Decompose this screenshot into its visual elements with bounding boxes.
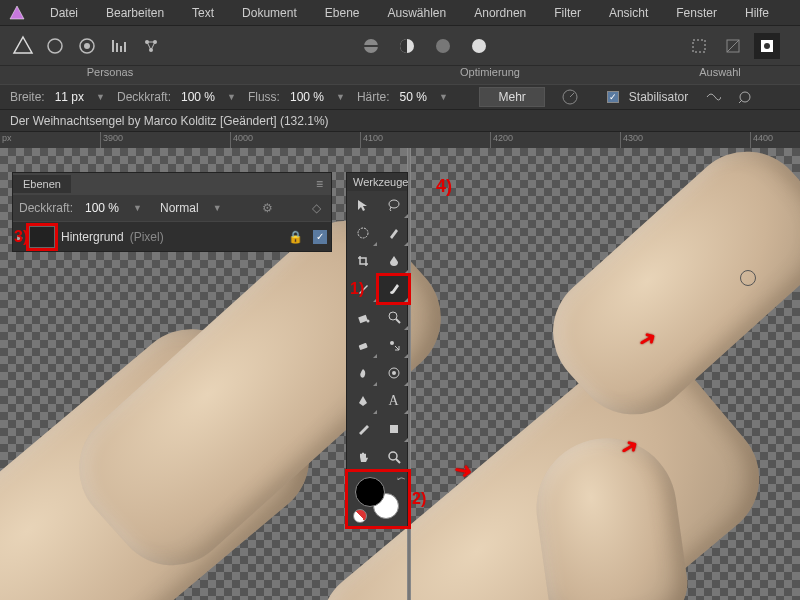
context-toolbar: Breite: 11 px▼ Deckkraft: 100 %▼ Fluss: …	[0, 84, 800, 110]
eyedropper-tool-icon[interactable]	[347, 415, 378, 443]
svg-rect-29	[390, 425, 398, 433]
layers-tab[interactable]: Ebenen	[13, 175, 71, 193]
layer-row[interactable]: ▸ Hintergrund (Pixel) 🔒 ✓	[13, 221, 331, 251]
shape-tool-icon[interactable]	[378, 415, 409, 443]
layer-name[interactable]: Hintergrund	[61, 230, 124, 244]
ruler-tick: 4300	[623, 133, 643, 143]
svg-marker-1	[14, 37, 32, 53]
fluss-value[interactable]: 100 %	[286, 90, 328, 104]
annotation-1: 1)	[350, 280, 364, 298]
layer-opacity-dd-icon[interactable]: ▼	[131, 203, 148, 213]
visibility-check[interactable]: ✓	[313, 230, 327, 244]
tools-title: Werkzeuge	[347, 173, 407, 191]
eraser-tool-icon[interactable]	[347, 331, 378, 359]
persona-develop-icon[interactable]	[74, 33, 100, 59]
haerte-dd-icon[interactable]: ▼	[437, 92, 454, 102]
vector-pen-icon[interactable]	[347, 387, 378, 415]
split-none-icon[interactable]	[358, 33, 384, 59]
auswahl-group	[686, 33, 780, 59]
swap-colors-icon[interactable]: ⤺	[397, 473, 405, 484]
window-mode-icon[interactable]	[732, 84, 758, 110]
document-title: Der Weihnachtsengel by Marco Kolditz [Ge…	[0, 110, 800, 132]
svg-rect-13	[693, 40, 705, 52]
persona-photo-icon[interactable]	[10, 33, 36, 59]
rope-mode-icon[interactable]	[700, 84, 726, 110]
persona-export-icon[interactable]	[138, 33, 164, 59]
menu-datei[interactable]: Datei	[36, 6, 92, 20]
fx-icon[interactable]: ◇	[308, 201, 325, 215]
menu-fenster[interactable]: Fenster	[662, 6, 731, 20]
persona-liquify-icon[interactable]	[42, 33, 68, 59]
deck-dd-icon[interactable]: ▼	[225, 92, 242, 102]
persona-tone-icon[interactable]	[106, 33, 132, 59]
tools-panel[interactable]: Werkzeuge A ⤺	[346, 172, 408, 528]
fluss-dd-icon[interactable]: ▼	[334, 92, 351, 102]
menu-hilfe[interactable]: Hilfe	[731, 6, 783, 20]
dodge-tool-icon[interactable]	[378, 303, 409, 331]
svg-point-20	[389, 200, 399, 208]
annotation-3: 3)	[14, 228, 28, 246]
svg-point-2	[48, 39, 62, 53]
inpaint-tool-icon[interactable]	[347, 359, 378, 387]
lock-icon[interactable]: 🔒	[284, 230, 307, 244]
svg-point-4	[84, 43, 90, 49]
lasso-tool-icon[interactable]	[378, 191, 409, 219]
optimierung-group	[358, 33, 492, 59]
redeye-tool-icon[interactable]	[378, 359, 409, 387]
layer-opacity-value[interactable]: 100 %	[79, 201, 125, 215]
svg-point-12	[472, 39, 486, 53]
ruler-tick: 4400	[753, 133, 773, 143]
layers-tabbar: Ebenen ≡	[13, 173, 331, 195]
paint-brush-tool-icon[interactable]	[378, 275, 409, 303]
menu-ansicht[interactable]: Ansicht	[595, 6, 662, 20]
reset-colors-icon[interactable]	[353, 509, 367, 523]
breite-label: Breite:	[10, 90, 45, 104]
layers-controls: Deckkraft: 100 %▼ Normal▼ ⚙ ◇	[13, 195, 331, 221]
crop-tool-icon[interactable]	[347, 247, 378, 275]
clone-tool-icon[interactable]	[378, 331, 409, 359]
layer-opacity-label: Deckkraft:	[19, 201, 73, 215]
menu-dokument[interactable]: Dokument	[228, 6, 311, 20]
split-full-icon[interactable]	[466, 33, 492, 59]
marquee-tool-icon[interactable]	[347, 219, 378, 247]
menu-text[interactable]: Text	[178, 6, 228, 20]
menu-auswaehlen[interactable]: Auswählen	[373, 6, 460, 20]
panel-menu-icon[interactable]: ≡	[308, 177, 331, 191]
fill-tool-icon[interactable]	[347, 303, 378, 331]
blend-mode-select[interactable]: Normal	[154, 201, 205, 215]
menu-bearbeiten[interactable]: Bearbeiten	[92, 6, 178, 20]
breite-dd-icon[interactable]: ▼	[94, 92, 111, 102]
marquee-rect-icon[interactable]	[686, 33, 712, 59]
quickmask-icon[interactable]	[754, 33, 780, 59]
menu-ebene[interactable]: Ebene	[311, 6, 374, 20]
pressure-icon[interactable]	[557, 84, 583, 110]
gear-icon[interactable]: ⚙	[258, 201, 277, 215]
svg-line-15	[727, 40, 739, 52]
marquee-diag-icon[interactable]	[720, 33, 746, 59]
stabilisator-check[interactable]: ✓	[607, 91, 619, 103]
svg-point-17	[764, 43, 770, 49]
fluss-label: Fluss:	[248, 90, 280, 104]
deckkraft-value[interactable]: 100 %	[177, 90, 219, 104]
svg-point-24	[389, 312, 397, 320]
layers-panel[interactable]: Ebenen ≡ Deckkraft: 100 %▼ Normal▼ ⚙ ◇ ▸…	[12, 172, 332, 252]
move-tool-icon[interactable]	[347, 191, 378, 219]
svg-rect-9	[364, 45, 378, 47]
haerte-value[interactable]: 50 %	[396, 90, 431, 104]
breite-value[interactable]: 11 px	[51, 90, 88, 104]
layer-thumbnail[interactable]	[29, 226, 55, 248]
hand-tool-icon[interactable]	[347, 443, 378, 471]
split-half-icon[interactable]	[394, 33, 420, 59]
blend-dd-icon[interactable]: ▼	[211, 203, 228, 213]
menu-filter[interactable]: Filter	[540, 6, 595, 20]
color-swatch[interactable]: ⤺	[347, 471, 409, 527]
zoom-tool-icon[interactable]	[378, 443, 409, 471]
mehr-button[interactable]: Mehr	[479, 87, 544, 107]
split-mirror-icon[interactable]	[430, 33, 456, 59]
menu-anordnen[interactable]: Anordnen	[460, 6, 540, 20]
foreground-color-swatch[interactable]	[355, 477, 385, 507]
brush-cursor-icon	[740, 270, 756, 286]
text-tool-icon[interactable]: A	[378, 387, 409, 415]
selection-brush-icon[interactable]	[378, 219, 409, 247]
flood-tool-icon[interactable]	[378, 247, 409, 275]
